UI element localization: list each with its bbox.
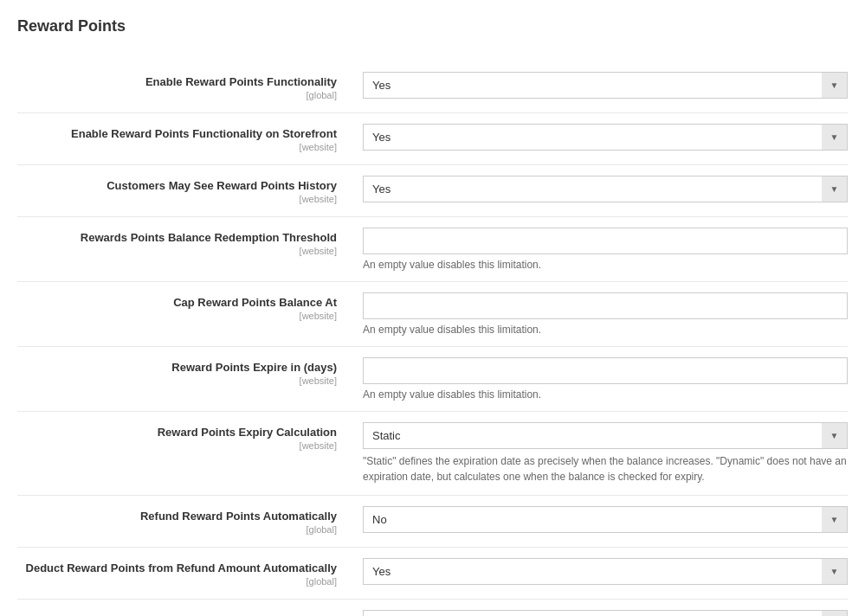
select-wrapper-enable-reward-points: YesNo▼ (363, 72, 848, 99)
input-reward-points-expire-days[interactable] (363, 357, 848, 384)
hint-reward-points-expire-days: An empty value disables this limitation. (363, 388, 848, 401)
scope-customers-see-history: [website] (17, 194, 337, 204)
settings-row: Deduct Reward Points from Refund Amount … (17, 548, 848, 600)
select-refund-automatically[interactable]: YesNo (363, 506, 848, 533)
input-balance-redemption-threshold[interactable] (363, 228, 848, 254)
scope-expiry-calculation: [website] (17, 440, 337, 451)
label-enable-reward-points: Enable Reward Points Functionality (17, 75, 337, 88)
scope-cap-reward-points: [website] (17, 311, 337, 321)
select-enable-reward-points[interactable]: YesNo (363, 72, 848, 99)
label-customers-see-history: Customers May See Reward Points History (17, 179, 337, 192)
select-wrapper-refund-automatically: YesNo▼ (363, 506, 848, 533)
settings-row: Customers May See Reward Points History[… (17, 165, 848, 217)
scope-enable-reward-points: [global] (17, 90, 337, 100)
select-customers-see-history[interactable]: YesNo (363, 176, 848, 202)
page-title: Reward Points (17, 17, 848, 44)
scope-reward-points-expire-days: [website] (17, 375, 337, 386)
settings-row: Refund Reward Points Automatically[globa… (17, 496, 848, 548)
select-enable-reward-points-storefront[interactable]: YesNo (363, 124, 848, 151)
settings-row: Reward Points Expiry Calculation[website… (17, 412, 848, 496)
select-deduct-from-refund[interactable]: YesNo (363, 558, 848, 585)
select-wrapper-landing-page: Reward Points▼ (363, 610, 848, 616)
label-deduct-from-refund: Deduct Reward Points from Refund Amount … (17, 561, 337, 574)
label-expiry-calculation: Reward Points Expiry Calculation (17, 426, 337, 439)
select-wrapper-deduct-from-refund: YesNo▼ (363, 558, 848, 585)
settings-table: Enable Reward Points Functionality[globa… (17, 61, 848, 616)
hint-balance-redemption-threshold: An empty value disables this limitation. (363, 259, 848, 271)
description-expiry-calculation: "Static" defines the expiration date as … (363, 453, 848, 484)
hint-cap-reward-points: An empty value disables this limitation. (363, 324, 848, 336)
label-cap-reward-points: Cap Reward Points Balance At (17, 296, 337, 309)
input-cap-reward-points[interactable] (363, 292, 848, 319)
label-reward-points-expire-days: Reward Points Expire in (days) (17, 361, 337, 374)
scope-balance-redemption-threshold: [website] (17, 246, 337, 256)
select-wrapper-customers-see-history: YesNo▼ (363, 176, 848, 202)
select-landing-page[interactable]: Reward Points (363, 610, 848, 616)
select-expiry-calculation[interactable]: StaticDynamic (363, 422, 848, 449)
settings-row: Enable Reward Points Functionality[globa… (17, 61, 848, 113)
settings-row: Enable Reward Points Functionality on St… (17, 113, 848, 165)
scope-enable-reward-points-storefront: [website] (17, 142, 337, 152)
select-wrapper-expiry-calculation: StaticDynamic▼ (363, 422, 848, 449)
label-enable-reward-points-storefront: Enable Reward Points Functionality on St… (17, 127, 337, 140)
scope-refund-automatically: [global] (17, 524, 337, 535)
settings-row: Landing Page[store view]Reward Points▼ (17, 600, 848, 617)
settings-row: Cap Reward Points Balance At[website]An … (17, 282, 848, 347)
label-refund-automatically: Refund Reward Points Automatically (17, 510, 337, 523)
settings-row: Rewards Points Balance Redemption Thresh… (17, 217, 848, 282)
scope-deduct-from-refund: [global] (17, 576, 337, 587)
label-balance-redemption-threshold: Rewards Points Balance Redemption Thresh… (17, 231, 337, 244)
settings-row: Reward Points Expire in (days)[website]A… (17, 347, 848, 412)
select-wrapper-enable-reward-points-storefront: YesNo▼ (363, 124, 848, 151)
